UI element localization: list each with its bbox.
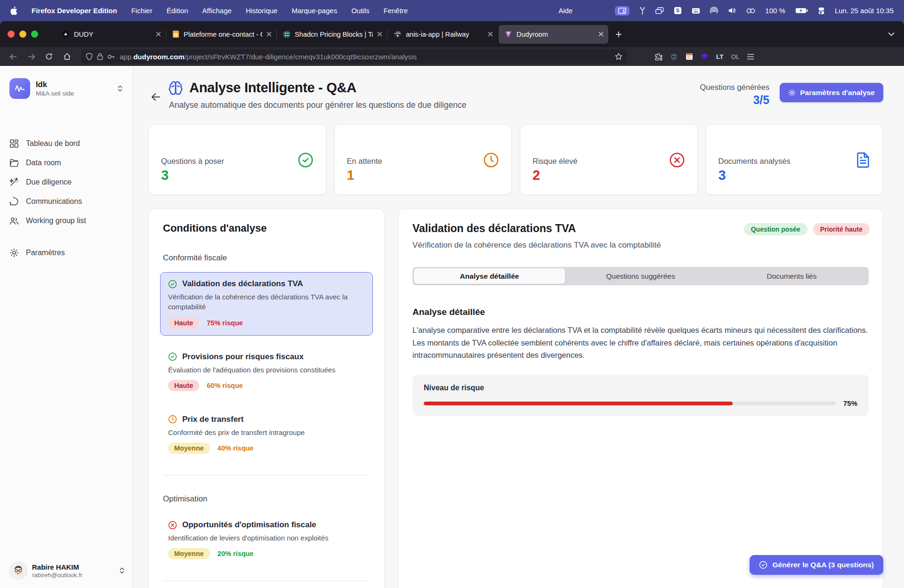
menu-historique[interactable]: Historique [246, 7, 278, 15]
menu-edition[interactable]: Édition [167, 7, 188, 15]
extensions-puzzle-icon[interactable] [654, 53, 662, 61]
stat-value: 2 [533, 168, 685, 183]
tab-tailark[interactable]: Shadcn Pricing Blocks | Tailark [277, 25, 387, 44]
firefox-window: DUDY Plateforme one-contact - Goog Shadc… [0, 21, 904, 588]
stats-row: Questions à poser 3 En attente 1 Risque … [148, 124, 883, 195]
condition-item-opportunites-optimisation[interactable]: Opportunités d'optimisation fiscale Iden… [160, 513, 373, 566]
tab-dudy[interactable]: DUDY [56, 25, 166, 44]
languagetool-icon[interactable]: LT [716, 53, 724, 60]
stat-card-questions-a-poser: Questions à poser 3 [148, 124, 326, 195]
tab-questions-suggerees[interactable]: Questions suggérées [565, 268, 716, 284]
sidebar-item-tableau-de-bord[interactable]: Tableau de bord [9, 134, 123, 153]
permissions-key-icon[interactable] [107, 54, 115, 59]
condition-desc: Conformité des prix de transfert intragr… [168, 427, 365, 437]
page-back-button[interactable] [147, 89, 164, 105]
risk-level-box: Niveau de risque 75% [412, 375, 869, 416]
section-label-optimisation: Optimisation [160, 494, 373, 504]
condition-item-prix-de-transfert[interactable]: Prix de transfert Conformité des prix de… [160, 408, 373, 461]
tab-close-icon[interactable] [377, 32, 382, 37]
conditions-panel: Conditions d'analyse Conformité fiscale … [148, 209, 385, 588]
display-mirroring-icon[interactable] [655, 7, 664, 14]
minimize-window-button[interactable] [19, 31, 26, 38]
purple-extension-icon[interactable] [701, 53, 709, 60]
back-button[interactable] [6, 49, 21, 64]
menu-clock[interactable]: Lun. 25 août 10:35 [835, 7, 894, 15]
list-all-tabs-icon[interactable] [888, 32, 895, 36]
airdrop-icon[interactable] [710, 7, 718, 15]
stat-value: 3 [718, 168, 871, 183]
tab-dudyroom-active[interactable]: Dudyroom [499, 25, 608, 44]
users-icon [9, 217, 19, 225]
close-window-button[interactable] [8, 31, 15, 38]
apple-menu-icon[interactable] [10, 7, 17, 15]
menu-hamburger-icon[interactable] [747, 54, 754, 60]
tab-analyse-detaillee[interactable]: Analyse détaillée [414, 268, 565, 284]
stage-manager-icon[interactable] [818, 7, 825, 15]
url-text[interactable]: app.dudyroom.com/project/sFtrvKWZT7/due-… [120, 53, 611, 61]
risk-percent-label: 60% risque [207, 382, 243, 389]
home-button[interactable] [59, 49, 74, 64]
workspace-switcher[interactable]: Idk M&A sell side [9, 78, 123, 99]
sidebar-item-label: Working group list [26, 217, 86, 225]
conditions-title: Conditions d'analyse [160, 222, 373, 234]
screen-sharing-indicator-icon[interactable] [615, 6, 630, 16]
severity-badge: Haute [168, 380, 199, 391]
url-bar[interactable]: app.dudyroom.com/project/sFtrvKWZT7/due-… [81, 49, 627, 64]
menu-fenetre[interactable]: Fenêtre [383, 7, 408, 15]
link-icon[interactable] [746, 8, 755, 14]
sidebar-item-due-diligence[interactable]: Due diligence [9, 172, 123, 192]
shottr-icon[interactable]: S [674, 7, 682, 15]
keyboard-icon[interactable] [692, 8, 700, 14]
dimmed-extension-icon[interactable] [670, 53, 678, 61]
notes-extension-icon[interactable] [686, 53, 693, 60]
generate-qa-button[interactable]: Générer le Q&A (3 questions) [750, 555, 883, 575]
zoom-window-button[interactable] [31, 31, 38, 38]
tab-title: anis-ia-app | Railway [406, 31, 484, 38]
chevrons-up-down-icon [119, 567, 125, 574]
menu-fichier[interactable]: Fichier [131, 7, 153, 15]
tab-one-contact[interactable]: Plateforme one-contact - Goog [167, 25, 276, 44]
forward-button[interactable] [24, 49, 39, 64]
tab-documents-lies[interactable]: Documents liés [716, 268, 867, 284]
dashboard-icon [9, 139, 19, 148]
railway-favicon [394, 30, 402, 38]
sidebar-item-parametres[interactable]: Paramètres [9, 243, 123, 262]
bookmark-star-icon[interactable] [615, 53, 622, 60]
menu-app-name[interactable]: Firefox Developer Edition [32, 7, 117, 15]
condition-item-validation-tva[interactable]: Validation des déclarations TVA Vérifica… [160, 272, 373, 336]
sidebar-item-data-room[interactable]: Data room [9, 153, 123, 172]
workspace-subtitle: M&A sell side [36, 90, 74, 97]
chevrons-up-down-icon [117, 85, 123, 92]
sidebar-item-communications[interactable]: Communications [9, 192, 123, 211]
audio-input-icon[interactable] [639, 7, 646, 15]
user-menu[interactable]: Rabire HAKIM rabireh@outlook.fr [8, 559, 127, 582]
volume-icon[interactable] [728, 7, 736, 14]
profile-badge[interactable]: OL [731, 53, 739, 60]
tab-title: DUDY [74, 31, 152, 38]
clock-icon [483, 152, 499, 168]
tab-close-icon[interactable] [488, 32, 493, 37]
page-subtitle: Analyse automatique des documents pour g… [169, 100, 466, 110]
analysis-settings-button[interactable]: Paramètres d'analyse [780, 83, 883, 102]
tab-close-icon[interactable] [266, 32, 272, 37]
tab-railway[interactable]: anis-ia-app | Railway [388, 25, 498, 44]
tab-close-icon[interactable] [156, 32, 161, 37]
svg-text:S: S [676, 8, 679, 13]
menu-outils[interactable]: Outils [351, 7, 369, 15]
lock-icon[interactable] [97, 53, 103, 60]
menu-affichage[interactable]: Affichage [202, 7, 232, 15]
generate-qa-label: Générer le Q&A (3 questions) [772, 561, 874, 569]
new-tab-button[interactable] [611, 27, 626, 42]
tab-close-icon[interactable] [598, 32, 604, 37]
menu-marque-pages[interactable]: Marque-pages [291, 7, 337, 15]
condition-item-provisions-risques[interactable]: Provisions pour risques fiscaux Évaluati… [160, 345, 373, 398]
page-title: Analyse Intelligente - Q&A [189, 80, 356, 96]
stat-label: Risque élevé [533, 157, 685, 166]
check-circle-icon [168, 280, 177, 289]
reload-button[interactable] [41, 49, 56, 64]
battery-percent-label: 100 % [765, 7, 785, 15]
tracking-shield-icon[interactable] [86, 53, 93, 61]
menu-aide[interactable]: Aide [558, 7, 573, 15]
sidebar-item-working-group-list[interactable]: Working group list [9, 211, 123, 230]
chat-icon [9, 197, 19, 206]
